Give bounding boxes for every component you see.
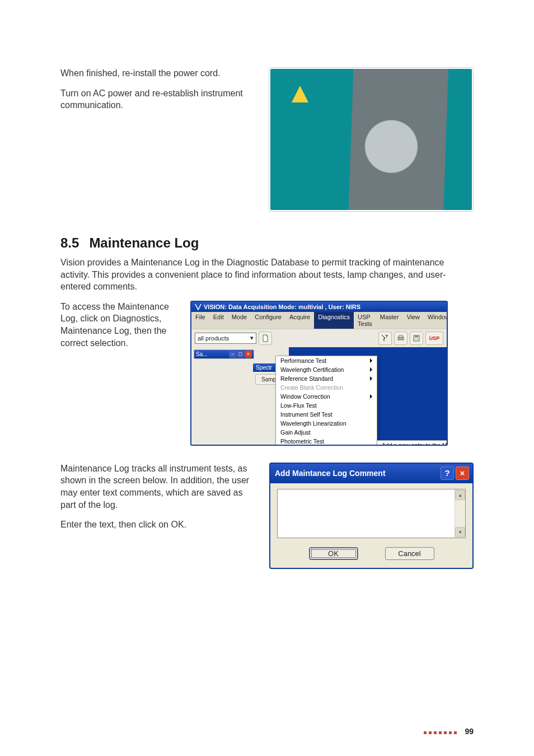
dd-wave-linearization[interactable]: Wavelength Linearization <box>276 419 377 428</box>
submenu-arrow-icon <box>370 367 372 372</box>
svg-rect-4 <box>415 335 418 337</box>
menu-configure[interactable]: Configure <box>251 312 285 329</box>
close-icon[interactable]: × <box>245 351 252 358</box>
dd-wavelength-cert[interactable]: Wavelength Certification <box>276 365 377 374</box>
dd-performance-test[interactable]: Performance Test <box>276 356 377 365</box>
textarea-scrollbar[interactable]: ▴ ▾ <box>455 489 465 538</box>
scroll-up-icon[interactable]: ▴ <box>455 490 465 500</box>
app-icon <box>195 304 202 310</box>
menu-mode[interactable]: Mode <box>228 312 251 329</box>
intro-block: When finished, re-install the power cord… <box>60 67 474 212</box>
context-help-button[interactable]: ? <box>378 332 392 345</box>
document-icon <box>261 334 269 342</box>
textarea-area[interactable] <box>278 489 455 538</box>
app-body: Sa... – □ × Spectr <box>191 347 447 445</box>
sub-add-entry[interactable]: Add a new entry to the Maintenance Log <box>377 441 448 446</box>
minimize-icon[interactable]: – <box>229 351 236 358</box>
sample-child-titlebar: Sa... – □ × <box>194 350 254 358</box>
diagnostics-dropdown: Performance Test Wavelength Certificatio… <box>275 356 377 446</box>
add-comment-dialog: Add Maintance Log Comment ? × ▴ ▾ OK Can… <box>269 463 474 569</box>
left-col: Sa... – □ × Spectr <box>191 347 289 445</box>
app-menubar: File Edit Mode Configure Acquire Diagnos… <box>191 312 447 329</box>
intro-text: When finished, re-install the power cord… <box>60 67 253 119</box>
help-arrow-icon: ? <box>381 334 389 342</box>
usp-button[interactable]: USP <box>425 332 443 345</box>
instrument-rear-photo <box>270 69 472 210</box>
print-button[interactable] <box>394 332 407 345</box>
sample-child-window: Sa... – □ × <box>194 349 254 359</box>
maintenance-log-submenu: Add a new entry to the Maintenance Log V… <box>377 440 448 446</box>
dd-window-correction[interactable]: Window Correction <box>276 392 377 401</box>
hardware-photo-frame <box>269 67 474 212</box>
menu-file[interactable]: File <box>191 312 209 329</box>
svg-text:?: ? <box>385 334 388 339</box>
svg-rect-2 <box>399 335 402 337</box>
chevron-down-icon: ▾ <box>250 334 254 342</box>
ok-button[interactable]: OK <box>309 547 358 560</box>
dd-gain-adjust[interactable]: Gain Adjust <box>276 428 377 437</box>
submenu-arrow-icon <box>370 376 372 381</box>
dd-low-flux[interactable]: Low-Flux Test <box>276 401 377 410</box>
dialog-help-button[interactable]: ? <box>441 466 454 480</box>
app-titlebar: VISION: Data Acquisition Mode: multivial… <box>191 302 447 312</box>
product-select-value: all products <box>198 335 229 342</box>
dialog-close-button[interactable]: × <box>456 466 469 480</box>
scroll-down-icon[interactable]: ▾ <box>455 527 465 537</box>
app-title-text: VISION: Data Acquisition Mode: multivial… <box>204 304 360 310</box>
section-para-2: To access the Maintenance Log, click on … <box>60 301 178 349</box>
submenu-arrow-icon <box>370 358 372 363</box>
section-para-1: Vision provides a Maintenance Log in the… <box>60 256 474 293</box>
comment-row: Maintenance Log tracks all instrument te… <box>60 463 474 569</box>
section-para-3: Maintenance Log tracks all instrument te… <box>60 463 256 511</box>
photo-border <box>269 67 474 212</box>
footer-dots <box>424 727 459 736</box>
section-para-4: Enter the text, then click on OK. <box>60 519 256 531</box>
access-row: To access the Maintenance Log, click on … <box>60 301 474 446</box>
svg-rect-3 <box>414 335 419 341</box>
printer-icon <box>397 334 405 342</box>
dialog-titlebar: Add Maintance Log Comment ? × <box>270 464 472 483</box>
dd-create-blank: Create Blank Correction <box>276 383 377 392</box>
menu-view[interactable]: View <box>402 312 424 329</box>
menu-diagnostics[interactable]: Diagnostics <box>314 312 354 329</box>
access-text: To access the Maintenance Log, click on … <box>60 301 178 357</box>
document-page: When finished, re-install the power cord… <box>0 0 534 756</box>
sample-child-title: Sa... <box>196 351 208 357</box>
product-select[interactable]: all products ▾ <box>195 333 256 344</box>
comment-text: Maintenance Log tracks all instrument te… <box>60 463 256 539</box>
menu-master[interactable]: Master <box>376 312 403 329</box>
section-heading: 8.5Maintenance Log <box>60 235 474 251</box>
comment-textarea[interactable]: ▴ ▾ <box>277 489 466 538</box>
dialog-button-row: OK Cancel <box>277 547 466 560</box>
save-button[interactable] <box>410 332 423 345</box>
section-number: 8.5 <box>60 235 79 250</box>
cancel-button[interactable]: Cancel <box>385 547 434 560</box>
dd-self-test[interactable]: Instrument Self Test <box>276 410 377 419</box>
dialog-title-text: Add Maintance Log Comment <box>275 469 386 478</box>
new-doc-button[interactable] <box>259 332 272 345</box>
intro-para-2: Turn on AC power and re-establish instru… <box>60 87 253 111</box>
menu-acquire[interactable]: Acquire <box>285 312 314 329</box>
svg-rect-1 <box>398 337 404 340</box>
dialog-body: ▴ ▾ OK Cancel <box>270 483 472 568</box>
maximize-icon[interactable]: □ <box>237 351 244 358</box>
app-toolbar: all products ▾ ? <box>191 329 447 347</box>
dd-photometric-test[interactable]: Photometric Test <box>276 437 377 446</box>
submenu-arrow-icon <box>370 394 372 399</box>
menu-usptests[interactable]: USP Tests <box>354 312 376 329</box>
section-title: Maintenance Log <box>89 235 199 250</box>
floppy-icon <box>413 334 420 342</box>
menu-window[interactable]: Window <box>424 312 448 329</box>
menu-edit[interactable]: Edit <box>209 312 228 329</box>
page-number: 99 <box>465 727 474 736</box>
app-screenshot: VISION: Data Acquisition Mode: multivial… <box>190 301 448 446</box>
intro-para-1: When finished, re-install the power cord… <box>60 67 253 80</box>
vision-app-window: VISION: Data Acquisition Mode: multivial… <box>190 301 448 446</box>
page-footer: 99 <box>424 727 474 736</box>
dd-reference-standard[interactable]: Reference Standard <box>276 374 377 383</box>
